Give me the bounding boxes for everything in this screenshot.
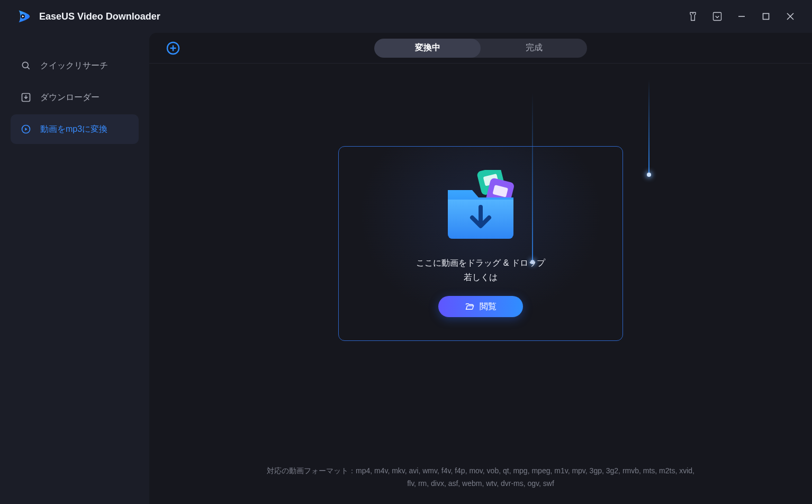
sidebar-item-label: 動画をmp3に変換 (40, 124, 107, 135)
sidebar: クイックリサーチ ダウンローダー 動画をmp3に変換 (0, 33, 149, 504)
browse-button-label: 閲覧 (480, 301, 497, 312)
tab-label: 完成 (526, 42, 543, 53)
sidebar-item-label: クイックリサーチ (40, 60, 108, 71)
formats-line2: flv, rm, divx, asf, webm, wtv, dvr-ms, o… (407, 479, 554, 488)
dropzone-text: ここに動画をドラッグ & ドロップ 若しくは (416, 256, 545, 284)
formats-prefix: 対応の動画フォーマット： (267, 466, 356, 475)
search-icon (20, 60, 32, 71)
main-center: ここに動画をドラッグ & ドロップ 若しくは 閲覧 (149, 64, 812, 455)
sidebar-item-label: ダウンローダー (40, 92, 100, 103)
sidebar-item-quick-research[interactable]: クイックリサーチ (11, 51, 139, 80)
dropzone-line2: 若しくは (416, 270, 545, 284)
dropdown-icon[interactable] (705, 5, 729, 28)
tab-label: 変換中 (415, 42, 440, 53)
main-toolbar: 変換中 完成 (149, 33, 812, 64)
browse-button[interactable]: 閲覧 (438, 296, 523, 317)
tab-done[interactable]: 完成 (481, 39, 587, 58)
minimize-button[interactable] (729, 5, 754, 28)
app-logo (16, 8, 32, 24)
svg-point-6 (22, 62, 28, 68)
close-button[interactable] (778, 5, 802, 28)
svg-rect-1 (714, 13, 721, 21)
supported-formats: 対応の動画フォーマット：mp4, m4v, mkv, avi, wmv, f4v… (149, 455, 812, 504)
app-title: EaseUS Video Downloader (39, 11, 160, 22)
svg-line-7 (28, 67, 30, 69)
add-button[interactable] (165, 40, 181, 56)
sidebar-item-downloader[interactable]: ダウンローダー (11, 83, 139, 112)
theme-icon[interactable] (681, 5, 705, 28)
sidebar-item-video-to-mp3[interactable]: 動画をmp3に変換 (11, 114, 139, 144)
titlebar: EaseUS Video Downloader (0, 0, 812, 33)
tab-switch: 変換中 完成 (374, 39, 587, 58)
download-icon (20, 92, 32, 103)
maximize-button[interactable] (754, 5, 778, 28)
svg-rect-3 (763, 14, 769, 20)
tab-converting[interactable]: 変換中 (374, 39, 481, 58)
convert-icon (20, 123, 32, 135)
main-panel: 変換中 完成 (149, 33, 812, 504)
dropzone[interactable]: ここに動画をドラッグ & ドロップ 若しくは 閲覧 (338, 146, 623, 341)
dropzone-line1: ここに動画をドラッグ & ドロップ (416, 256, 545, 270)
folder-icon (438, 170, 523, 244)
formats-line1: mp4, m4v, mkv, avi, wmv, f4v, f4p, mov, … (356, 466, 694, 475)
folder-open-icon (465, 302, 474, 311)
decor-trail (648, 79, 649, 175)
